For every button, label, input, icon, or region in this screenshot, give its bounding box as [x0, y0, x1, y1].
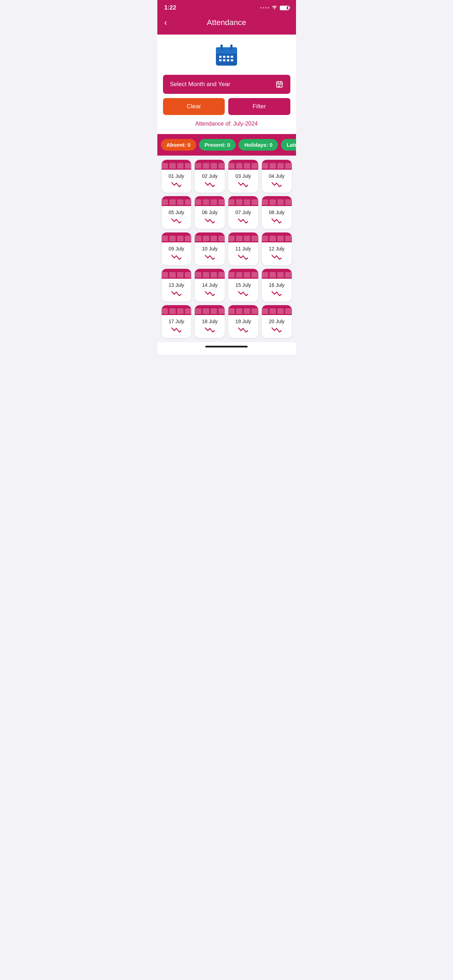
day-card-bar	[185, 199, 191, 205]
day-card-bar	[251, 199, 258, 205]
day-card-body: 17 July	[162, 315, 192, 338]
day-card[interactable]: 03 July	[228, 160, 258, 192]
day-card-top	[262, 160, 292, 170]
trend-icon	[205, 217, 215, 226]
day-card-bar	[270, 235, 276, 241]
day-card-bar	[218, 235, 225, 241]
stat-absent: Absent: 0	[161, 139, 196, 151]
day-card-bar	[236, 308, 242, 314]
day-card-bar	[236, 163, 242, 169]
trend-icon	[205, 290, 215, 298]
day-card-bar	[262, 308, 268, 314]
trend-icon	[272, 217, 281, 226]
back-button[interactable]: ‹	[164, 18, 167, 27]
day-card[interactable]: 05 July	[162, 196, 192, 229]
day-label: 05 July	[168, 210, 184, 215]
day-card-bar	[277, 308, 284, 314]
day-card-bar	[218, 199, 225, 205]
day-label: 09 July	[168, 246, 184, 251]
day-card[interactable]: 11 July	[228, 232, 258, 265]
day-card[interactable]: 17 July	[162, 305, 192, 338]
day-card[interactable]: 12 July	[262, 232, 292, 265]
day-card[interactable]: 10 July	[195, 232, 225, 265]
day-card-bar	[169, 163, 176, 169]
day-card-bar	[203, 199, 209, 205]
day-card[interactable]: 14 July	[195, 269, 225, 302]
trend-icon	[172, 326, 181, 334]
day-card-body: 04 July	[262, 170, 292, 192]
day-card[interactable]: 18 July	[195, 305, 225, 338]
day-card-bar	[162, 199, 168, 205]
svg-rect-4	[221, 45, 223, 50]
day-card-body: 18 July	[195, 315, 225, 338]
day-card[interactable]: 13 July	[162, 269, 192, 302]
status-icons	[261, 5, 289, 11]
home-indicator	[205, 346, 248, 347]
trend-icon	[205, 326, 215, 334]
day-card-body: 01 July	[162, 170, 192, 192]
day-card-bar	[177, 235, 183, 241]
battery-icon	[280, 6, 289, 10]
day-card[interactable]: 01 July	[162, 160, 192, 192]
day-card-bar	[185, 272, 191, 278]
day-card-bar	[262, 272, 268, 278]
day-label: 10 July	[202, 246, 217, 251]
day-card-top	[262, 305, 292, 315]
day-card-bar	[228, 308, 235, 314]
day-card-bar	[236, 199, 242, 205]
day-card-bar	[211, 163, 217, 169]
day-card-bar	[262, 163, 268, 169]
day-card-top	[162, 269, 192, 279]
day-card-bar	[195, 308, 202, 314]
day-card-top	[228, 269, 258, 279]
day-card-bar	[177, 272, 183, 278]
controls-area: Select Month and Year Clear Filter Atten…	[157, 75, 296, 134]
day-card-bar	[244, 272, 250, 278]
day-card-top	[195, 196, 225, 206]
svg-rect-19	[279, 84, 280, 85]
signal-icon	[261, 7, 269, 8]
day-card[interactable]: 20 July	[262, 305, 292, 338]
day-card[interactable]: 06 July	[195, 196, 225, 229]
day-card-bar	[211, 235, 217, 241]
day-card-top	[262, 196, 292, 206]
trend-icon	[272, 290, 281, 298]
day-card[interactable]: 09 July	[162, 232, 192, 265]
clear-button[interactable]: Clear	[163, 98, 225, 115]
svg-rect-9	[231, 56, 233, 58]
day-card-bar	[270, 199, 276, 205]
calendar-small-icon	[275, 80, 283, 88]
day-card-bar	[169, 308, 176, 314]
day-card-bar	[169, 199, 176, 205]
bottom-bar	[157, 342, 296, 355]
day-card-bar	[211, 199, 217, 205]
day-card[interactable]: 04 July	[262, 160, 292, 192]
day-card-body: 19 July	[228, 315, 258, 338]
day-card-bar	[185, 235, 191, 241]
day-card-body: 11 July	[228, 242, 258, 265]
trend-icon	[205, 181, 215, 189]
stats-bar: Absent: 0 Present: 0 Holidays: 0 Late: 0…	[157, 134, 296, 156]
trend-icon	[172, 290, 181, 298]
day-card-top	[228, 305, 258, 315]
day-card[interactable]: 08 July	[262, 196, 292, 229]
trend-icon	[172, 181, 181, 189]
day-card[interactable]: 07 July	[228, 196, 258, 229]
day-card[interactable]: 02 July	[195, 160, 225, 192]
day-card[interactable]: 19 July	[228, 305, 258, 338]
day-card-body: 07 July	[228, 206, 258, 229]
filter-button[interactable]: Filter	[228, 98, 290, 115]
month-selector-button[interactable]: Select Month and Year	[163, 75, 290, 94]
trend-icon	[172, 254, 181, 262]
day-card-bar	[285, 199, 291, 205]
day-label: 06 July	[202, 210, 217, 215]
day-card-bar	[203, 163, 209, 169]
day-card[interactable]: 15 July	[228, 269, 258, 302]
day-card-bar	[277, 272, 284, 278]
calendar-graphic	[214, 43, 239, 68]
day-card-bar	[251, 235, 258, 241]
day-card-bar	[177, 199, 183, 205]
day-card[interactable]: 16 July	[262, 269, 292, 302]
svg-rect-6	[219, 56, 222, 58]
day-card-bar	[211, 272, 217, 278]
